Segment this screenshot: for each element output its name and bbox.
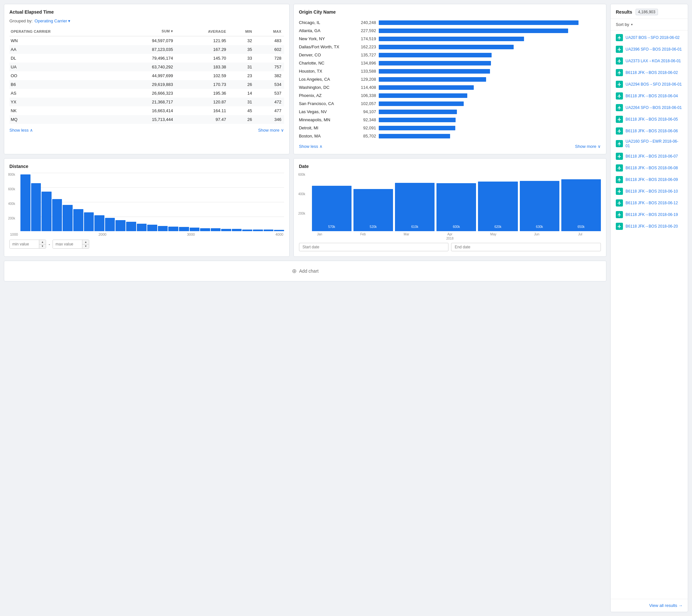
sort-row: Sort by ▾ [611, 19, 688, 30]
min-increment-btn[interactable]: ▲ [39, 240, 46, 244]
result-flight-label[interactable]: B6118 JFK→BOS 2018-06-06 [626, 129, 678, 133]
city-row: Dallas/Fort Worth, TX 162,223 [299, 43, 601, 51]
max-increment-btn[interactable]: ▲ [82, 240, 89, 244]
city-bar-wrap [379, 110, 601, 114]
flight-icon [616, 176, 623, 183]
max-decrement-btn[interactable]: ▼ [82, 244, 89, 249]
result-flight-label[interactable]: UA2294 BOS→SFO 2018-06-01 [626, 82, 682, 87]
result-flight-label[interactable]: UA207 BOS→SFO 2018-06-02 [626, 35, 680, 40]
city-bar-wrap [379, 126, 601, 130]
city-name: New York, NY [299, 36, 351, 41]
sort-dropdown[interactable]: ▾ [631, 23, 633, 26]
histogram-yaxis: 800k 600k 400k 200k [8, 173, 15, 231]
flight-icon [616, 164, 623, 172]
result-flight-label[interactable]: B6118 JFK→BOS 2018-06-07 [626, 154, 678, 158]
col-sum[interactable]: SUM ▾ [115, 28, 176, 36]
min-value-input[interactable]: ▲ ▼ [9, 240, 46, 249]
result-flight-label[interactable]: UA2264 SFO→BOS 2018-06-01 [626, 105, 682, 110]
city-bar-wrap [379, 118, 601, 122]
city-bar-wrap [379, 102, 601, 106]
min-cell: 33 [229, 54, 255, 63]
city-bar [379, 53, 492, 58]
flight-icon [616, 46, 623, 53]
city-count: 92,348 [353, 117, 376, 122]
result-item: B6118 JFK→BOS 2018-06-04 [611, 90, 688, 102]
histogram-bar [126, 222, 136, 231]
table-row: AA 87,123,035 167.29 35 602 [9, 45, 284, 54]
min-input-field[interactable] [10, 240, 39, 248]
city-bar [379, 20, 579, 25]
city-bar-wrap [379, 134, 601, 138]
plus-circle-icon: ⊕ [292, 267, 297, 274]
min-cell: 26 [229, 115, 255, 124]
max-value-input[interactable]: ▲ ▼ [52, 240, 89, 249]
city-bar [379, 28, 568, 33]
avg-cell: 102.59 [176, 71, 229, 80]
result-flight-label[interactable]: B6118 JFK→BOS 2018-06-19 [626, 212, 678, 217]
city-row: San Francisco, CA 102,057 [299, 100, 601, 108]
flight-icon [616, 211, 623, 218]
show-more-origin[interactable]: Show more ∨ [575, 144, 601, 149]
histogram-bar [84, 212, 94, 231]
table-row: UA 63,740,292 183.38 31 757 [9, 63, 284, 71]
origin-title: Origin City Name [299, 9, 601, 15]
min-max-separator: - [49, 242, 50, 247]
date-bar-col: 650k [561, 173, 601, 231]
date-bar-rect: 630k [520, 181, 559, 231]
flight-icon [616, 188, 623, 195]
elapsed-time-panel: Actual Elapsed Time Grouped by: Operatin… [4, 4, 289, 154]
result-flight-label[interactable]: UA2396 SFO→BOS 2018-06-01 [626, 47, 682, 51]
sum-cell: 79,496,174 [115, 54, 176, 63]
avg-cell: 183.38 [176, 63, 229, 71]
airplane-svg [617, 47, 622, 51]
distance-title: Distance [9, 164, 284, 169]
grouped-by-value[interactable]: Operating Carrier ▾ [35, 19, 70, 23]
result-flight-label[interactable]: UA2160 SFO→EWR 2018-06-01 [626, 139, 683, 148]
city-count: 94,107 [353, 109, 376, 114]
show-less-elapsed[interactable]: Show less ∧ [9, 128, 33, 133]
result-flight-label[interactable]: B6118 JFK→BOS 2018-06-12 [626, 201, 678, 205]
city-bar-wrap [379, 77, 601, 82]
city-bar-wrap [379, 61, 601, 65]
table-row: DL 79,496,174 145.70 33 728 [9, 54, 284, 63]
flight-icon [616, 58, 623, 65]
chevron-up-icon: ∧ [30, 128, 33, 133]
sort-by-label: Sort by [616, 22, 629, 27]
result-item: B6118 JFK→BOS 2018-06-07 [611, 150, 688, 162]
sum-cell: 16,663,414 [115, 106, 176, 115]
histogram-bar [52, 199, 62, 231]
city-row: Boston, MA 85,702 [299, 132, 601, 140]
city-bar-wrap [379, 69, 601, 73]
result-flight-label[interactable]: B6118 JFK→BOS 2018-06-05 [626, 117, 678, 122]
result-flight-label[interactable]: B6118 JFK→BOS 2018-06-09 [626, 177, 678, 182]
end-date-input[interactable] [451, 243, 601, 251]
view-all-link[interactable]: View all results → [649, 603, 683, 608]
city-row: Detroit, MI 92,091 [299, 124, 601, 132]
start-date-input[interactable] [299, 243, 449, 251]
result-flight-label[interactable]: B6118 JFK→BOS 2018-06-08 [626, 166, 678, 170]
city-count: 227,592 [353, 28, 376, 33]
date-x-label: Mar [386, 233, 427, 236]
sum-cell: 26,666,323 [115, 89, 176, 97]
flight-icon [616, 34, 623, 41]
table-row: OO 44,997,699 102.59 23 382 [9, 71, 284, 80]
add-chart-button[interactable]: ⊕ Add chart [292, 267, 319, 274]
histogram-bar [274, 230, 284, 231]
histogram-bar [158, 226, 168, 231]
show-more-elapsed[interactable]: Show more ∨ [258, 128, 284, 133]
result-flight-label[interactable]: UA2373 LAX→KOA 2018-06-01 [626, 59, 681, 63]
col-avg: AVERAGE [176, 28, 229, 36]
result-flight-label[interactable]: B6118 JFK→BOS 2018-06-20 [626, 224, 678, 228]
show-less-origin[interactable]: Show less ∧ [299, 144, 323, 149]
max-input-field[interactable] [53, 240, 82, 248]
grouped-by-label: Grouped by: [9, 19, 33, 23]
histogram-bar [264, 229, 274, 231]
min-cell: 35 [229, 45, 255, 54]
result-item: UA2294 BOS→SFO 2018-06-01 [611, 79, 688, 90]
date-bar-rect: 520k [353, 189, 393, 231]
date-x-label: Feb [342, 233, 384, 236]
min-decrement-btn[interactable]: ▼ [39, 244, 46, 249]
result-flight-label[interactable]: B6118 JFK→BOS 2018-06-04 [626, 94, 678, 98]
result-flight-label[interactable]: B6118 JFK→BOS 2018-06-02 [626, 70, 678, 75]
result-flight-label[interactable]: B6118 JFK→BOS 2018-06-10 [626, 189, 678, 194]
